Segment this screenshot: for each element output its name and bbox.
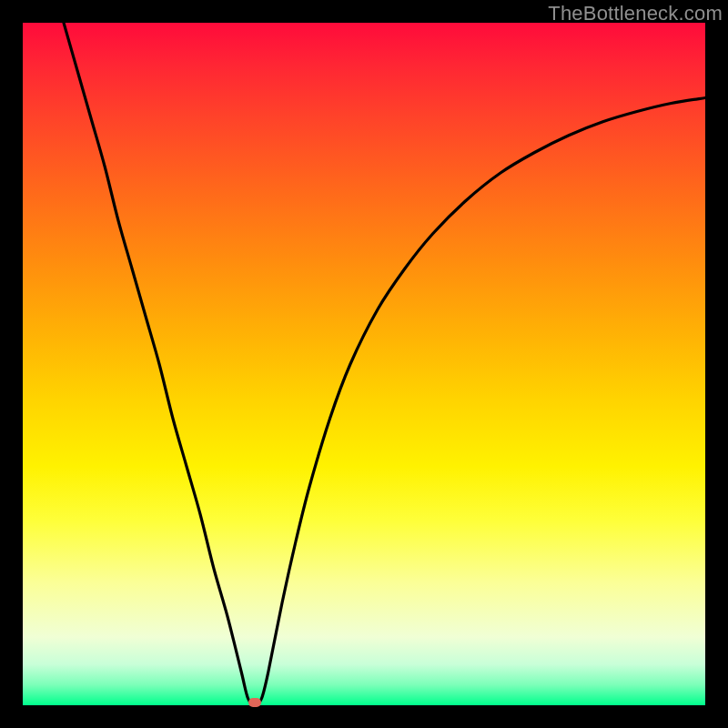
chart-container: TheBottleneck.com	[0, 0, 728, 728]
curve-svg	[23, 23, 705, 705]
marker-dot	[248, 698, 261, 707]
curve-line	[64, 23, 705, 705]
plot-area	[23, 23, 705, 705]
